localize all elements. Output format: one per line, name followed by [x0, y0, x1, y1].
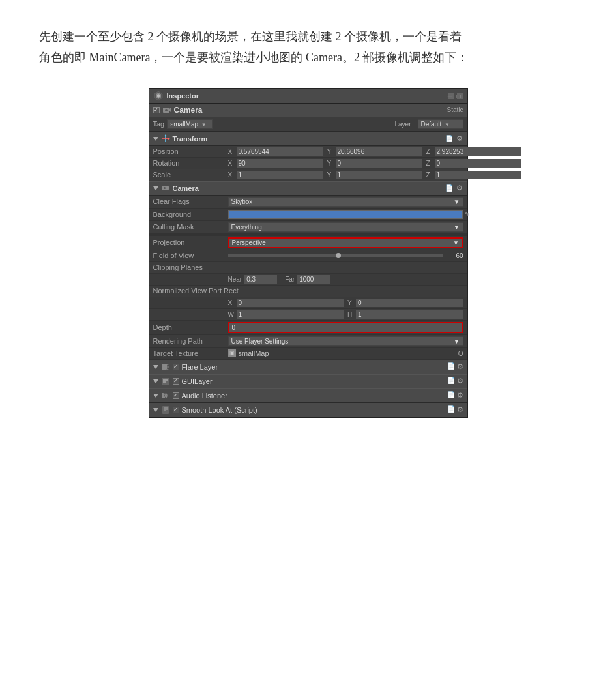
- flare-layer-icons: 📄 ⚙: [447, 362, 463, 371]
- rot-x-input[interactable]: [237, 159, 323, 168]
- transform-gear-icon[interactable]: ⚙: [456, 135, 463, 143]
- near-input[interactable]: [244, 275, 277, 284]
- pos-y-input[interactable]: [336, 147, 422, 156]
- background-color-swatch[interactable]: [228, 210, 463, 219]
- fov-slider-handle[interactable]: [336, 253, 341, 258]
- camera-checkbox[interactable]: ✓: [153, 107, 160, 113]
- vp-y-field: Y: [347, 299, 463, 307]
- inspector-wrapper: Inspector ─ □ ✓ Camera Static: [39, 88, 577, 418]
- vp-h-field: H: [347, 310, 463, 319]
- flare-gear-icon[interactable]: ⚙: [457, 362, 463, 371]
- transform-icon: [161, 134, 170, 143]
- camera-gear-icon[interactable]: ⚙: [456, 184, 463, 192]
- flare-layer-expand[interactable]: [153, 365, 158, 369]
- projection-dropdown[interactable]: Perspective ▼: [228, 237, 463, 248]
- svg-rect-20: [162, 393, 164, 398]
- gui-checkbox[interactable]: ✓: [173, 378, 179, 385]
- audio-checkbox[interactable]: ✓: [173, 392, 179, 399]
- vp-h-input[interactable]: [356, 310, 463, 319]
- clear-flags-dropdown[interactable]: Skybox ▼: [228, 197, 463, 207]
- pos-x-input[interactable]: [237, 147, 323, 156]
- camera-section-header[interactable]: Camera 📄 ⚙: [149, 181, 467, 196]
- near-far-row: Near Far: [149, 274, 467, 286]
- scale-y-field: Y: [327, 171, 422, 179]
- background-color-field[interactable]: ✎: [228, 210, 470, 219]
- scale-y-input[interactable]: [336, 171, 422, 179]
- gui-gear-icon[interactable]: ⚙: [457, 377, 463, 385]
- projection-field[interactable]: Perspective ▼: [228, 237, 463, 248]
- pos-z-field: Z: [426, 147, 521, 156]
- tag-value: smallMap: [170, 121, 198, 128]
- transform-book-icon[interactable]: 📄: [445, 135, 453, 143]
- culling-mask-row: Culling Mask Everything ▼: [149, 221, 467, 234]
- rotation-fields: X Y Z: [228, 159, 521, 168]
- far-input[interactable]: [297, 275, 330, 284]
- svg-rect-18: [163, 379, 168, 381]
- target-texture-row: Target Texture ▣ smallMap O: [149, 348, 467, 360]
- vp-w-axis: W: [228, 311, 235, 318]
- rot-y-input[interactable]: [336, 159, 422, 168]
- clear-flags-field[interactable]: Skybox ▼: [228, 197, 463, 207]
- scale-z-axis: Z: [426, 171, 433, 179]
- smooth-look-checkbox[interactable]: ✓: [173, 407, 179, 413]
- depth-input[interactable]: [228, 322, 463, 333]
- clear-flags-row: Clear Flags Skybox ▼: [149, 196, 467, 209]
- unity-icon: [153, 91, 164, 101]
- flare-book-icon[interactable]: 📄: [447, 362, 455, 371]
- transform-section-header[interactable]: Transform 📄 ⚙: [149, 132, 467, 146]
- gui-layer-expand[interactable]: [153, 379, 158, 383]
- rot-z-axis: Z: [426, 160, 433, 167]
- rendering-path-dropdown[interactable]: Use Player Settings ▼: [228, 336, 463, 346]
- vp-y-input[interactable]: [356, 299, 463, 307]
- smooth-look-row: ✓ Smooth Look At (Script) 📄 ⚙: [149, 403, 467, 417]
- culling-mask-value: Everything: [231, 224, 262, 231]
- audio-listener-row: ✓ Audio Listener 📄 ⚙: [149, 388, 467, 403]
- background-row: Background ✎: [149, 209, 467, 221]
- target-texture-o[interactable]: O: [458, 350, 463, 357]
- rot-z-field: Z: [426, 159, 521, 168]
- vp-h-axis: H: [347, 311, 354, 318]
- smooth-look-icons: 📄 ⚙: [447, 405, 463, 414]
- audio-gear-icon[interactable]: ⚙: [457, 391, 463, 400]
- culling-mask-field[interactable]: Everything ▼: [228, 222, 463, 232]
- scale-x-input[interactable]: [237, 171, 323, 179]
- tag-label: Tag: [153, 120, 165, 128]
- layer-dropdown[interactable]: Default ▼: [418, 119, 463, 129]
- camera-book-icon[interactable]: 📄: [445, 184, 453, 192]
- rot-y-axis: Y: [327, 160, 334, 167]
- camera-title: Camera: [174, 106, 203, 115]
- smooth-look-gear-icon[interactable]: ⚙: [457, 405, 463, 414]
- vp-x-input[interactable]: [237, 299, 344, 307]
- viewport-xy-row: X Y: [149, 297, 467, 309]
- inspector-header-left: Inspector: [153, 91, 199, 101]
- pencil-icon[interactable]: ✎: [465, 211, 470, 218]
- svg-marker-8: [164, 134, 167, 136]
- gui-book-icon[interactable]: 📄: [447, 377, 455, 385]
- pos-z-input[interactable]: [435, 147, 521, 156]
- tag-dropdown[interactable]: smallMap ▼: [167, 119, 213, 129]
- camera-section-title: Camera: [173, 184, 199, 192]
- target-texture-field[interactable]: ▣ smallMap: [228, 349, 458, 357]
- window-minimize[interactable]: ─: [448, 93, 454, 99]
- rot-y-field: Y: [327, 159, 422, 168]
- viewport-xy-fields: X Y: [228, 299, 463, 307]
- audio-book-icon[interactable]: 📄: [447, 391, 455, 400]
- svg-rect-19: [163, 381, 166, 383]
- pos-y-axis: Y: [327, 148, 334, 155]
- flare-checkbox[interactable]: ✓: [173, 364, 179, 370]
- vp-w-field: W: [228, 310, 344, 319]
- scale-y-axis: Y: [327, 171, 334, 179]
- culling-mask-dropdown[interactable]: Everything ▼: [228, 222, 463, 232]
- rendering-path-field[interactable]: Use Player Settings ▼: [228, 336, 463, 346]
- window-maximize[interactable]: □: [457, 93, 463, 99]
- smooth-look-expand[interactable]: [153, 408, 158, 412]
- rot-z-input[interactable]: [435, 159, 521, 168]
- audio-expand[interactable]: [153, 394, 158, 398]
- smooth-look-book-icon[interactable]: 📄: [447, 405, 455, 414]
- scale-z-input[interactable]: [435, 171, 521, 179]
- far-label: Far: [285, 276, 295, 283]
- viewport-label: Normalized View Port Rect: [153, 287, 267, 295]
- rotation-label: Rotation: [153, 159, 228, 167]
- vp-w-input[interactable]: [237, 310, 344, 319]
- fov-slider-track[interactable]: [228, 254, 443, 257]
